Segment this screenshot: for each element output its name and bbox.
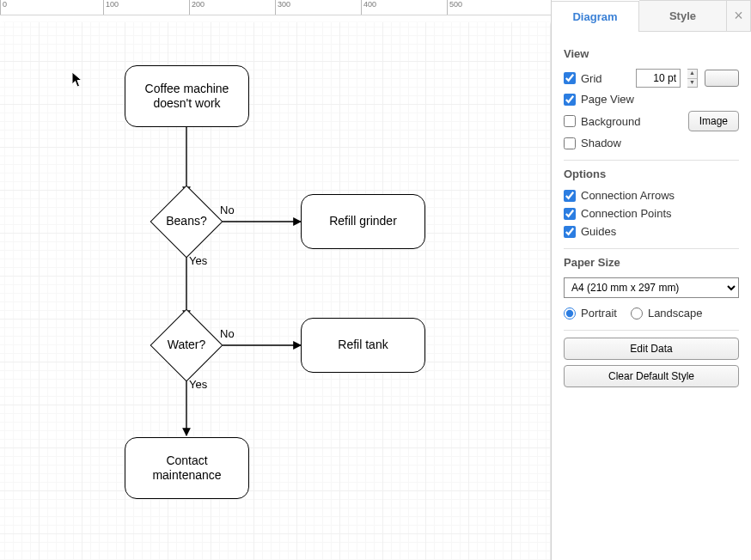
- grid-size-stepper[interactable]: ▲ ▼: [687, 69, 698, 88]
- grid-checkbox-input[interactable]: [564, 72, 576, 84]
- chevron-up-icon: ▲: [687, 70, 697, 79]
- grid-label: Grid: [581, 72, 602, 85]
- shadow-checkbox-input[interactable]: [564, 137, 576, 149]
- ruler-horizontal: 0 100 200 300 400 500: [0, 0, 551, 15]
- landscape-radio[interactable]: Landscape: [631, 307, 703, 320]
- close-panel-button[interactable]: ×: [727, 0, 751, 31]
- pageview-label: Page View: [581, 93, 634, 106]
- view-section-title: View: [564, 47, 739, 60]
- beans-label: Beans?: [166, 214, 206, 229]
- water-label: Water?: [168, 338, 206, 353]
- refill-tank-label: Refil tank: [338, 338, 388, 353]
- conn-points-checkbox-input[interactable]: [564, 208, 576, 220]
- conn-points-checkbox[interactable]: Connection Points: [564, 207, 672, 220]
- ruler-mark: 300: [275, 0, 290, 15]
- node-start-line2: doesn't work: [145, 96, 229, 112]
- landscape-label: Landscape: [648, 307, 703, 320]
- portrait-label: Portrait: [581, 307, 617, 320]
- water-yes-label: Yes: [189, 378, 207, 391]
- grid-checkbox[interactable]: Grid: [564, 72, 602, 85]
- paper-size-select[interactable]: A4 (210 mm x 297 mm): [564, 277, 739, 298]
- options-section-title: Options: [564, 167, 739, 180]
- ruler-mark: 500: [447, 0, 462, 15]
- paper-section-title: Paper Size: [564, 256, 739, 269]
- conn-arrows-label: Connection Arrows: [581, 189, 675, 202]
- portrait-radio-input[interactable]: [564, 307, 576, 320]
- ruler-mark: 200: [189, 0, 205, 15]
- refill-grinder-label: Refill grinder: [329, 214, 397, 229]
- ruler-mark: 400: [361, 0, 376, 15]
- close-icon: ×: [734, 7, 743, 25]
- guides-checkbox[interactable]: Guides: [564, 225, 616, 238]
- format-panel: Diagram Style × View Grid ▲ ▼: [552, 0, 751, 560]
- beans-yes-label: Yes: [189, 254, 207, 267]
- canvas-area[interactable]: 0 100 200 300 400 500: [0, 0, 552, 560]
- conn-arrows-checkbox[interactable]: Connection Arrows: [564, 189, 675, 202]
- background-checkbox[interactable]: Background: [564, 115, 640, 128]
- background-image-button[interactable]: Image: [688, 111, 739, 131]
- beans-no-label: No: [220, 204, 235, 216]
- background-label: Background: [581, 115, 640, 128]
- clear-default-style-button[interactable]: Clear Default Style: [564, 365, 739, 387]
- node-refill-grinder[interactable]: Refill grinder: [301, 194, 425, 249]
- guides-label: Guides: [581, 225, 616, 238]
- contact-label: Contact maintenance: [131, 453, 243, 484]
- ruler-mark: 100: [103, 0, 119, 15]
- grid-color-swatch[interactable]: [705, 70, 739, 87]
- tab-style[interactable]: Style: [639, 0, 727, 31]
- ruler-mark: 0: [0, 0, 7, 15]
- conn-arrows-checkbox-input[interactable]: [564, 190, 576, 202]
- node-start-line1: Coffee machine: [145, 82, 229, 97]
- page[interactable]: Coffee machine doesn't work Beans? No Ye…: [0, 22, 550, 560]
- grid-size-input[interactable]: [636, 69, 681, 88]
- chevron-down-icon: ▼: [687, 79, 697, 88]
- edit-data-button[interactable]: Edit Data: [564, 338, 739, 360]
- guides-checkbox-input[interactable]: [564, 226, 576, 238]
- landscape-radio-input[interactable]: [631, 307, 643, 320]
- connectors: [0, 22, 550, 560]
- node-contact-maintenance[interactable]: Contact maintenance: [125, 437, 249, 499]
- node-beans-decision[interactable]: Beans?: [161, 196, 212, 247]
- background-checkbox-input[interactable]: [564, 115, 576, 127]
- node-refill-tank[interactable]: Refil tank: [301, 318, 425, 373]
- portrait-radio[interactable]: Portrait: [564, 307, 617, 320]
- pageview-checkbox[interactable]: Page View: [564, 93, 634, 106]
- tab-diagram[interactable]: Diagram: [552, 1, 639, 32]
- shadow-label: Shadow: [581, 137, 621, 149]
- conn-points-label: Connection Points: [581, 207, 672, 220]
- node-start[interactable]: Coffee machine doesn't work: [125, 65, 249, 127]
- pageview-checkbox-input[interactable]: [564, 94, 576, 106]
- water-no-label: No: [220, 327, 235, 340]
- shadow-checkbox[interactable]: Shadow: [564, 137, 621, 149]
- cursor-icon: [71, 71, 83, 88]
- node-water-decision[interactable]: Water?: [161, 320, 212, 371]
